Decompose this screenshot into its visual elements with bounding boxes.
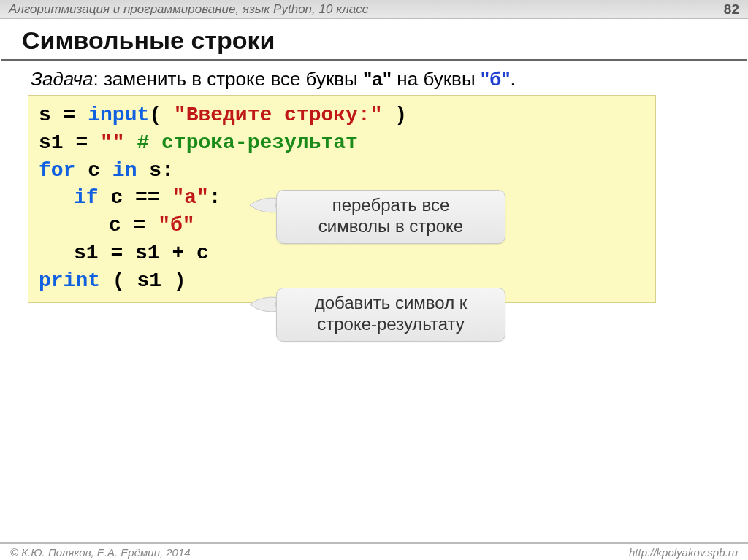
header-bar: Алгоритмизация и программирование, язык … bbox=[0, 0, 748, 19]
callout-1-line-2: символы в строке bbox=[291, 216, 490, 237]
task-line: Задача: заменить в строке все буквы "а" … bbox=[0, 68, 748, 95]
callout-arrow-1 bbox=[248, 196, 278, 213]
course-title: Алгоритмизация и программирование, язык … bbox=[9, 2, 368, 17]
footer-url: http://kpolyakov.spb.ru bbox=[629, 546, 738, 559]
slide-title: Символьные строки bbox=[1, 19, 747, 61]
task-label: Задача bbox=[31, 68, 93, 90]
callout-2-line-2: строке-результату bbox=[291, 314, 490, 335]
code-line-2: s1 = "" # строка-результат bbox=[39, 129, 645, 157]
content-area: s = input( "Введите строку:" ) s1 = "" #… bbox=[0, 95, 748, 303]
task-literal-b: "б" bbox=[481, 68, 511, 90]
callout-2: добавить символ к строке-результату bbox=[276, 288, 505, 342]
code-line-1: s = input( "Введите строку:" ) bbox=[39, 101, 645, 129]
task-text-3: . bbox=[511, 68, 516, 90]
callout-1: перебрать все символы в строке bbox=[276, 190, 505, 244]
task-text-2: на буквы bbox=[392, 68, 481, 90]
footer: © К.Ю. Поляков, Е.А. Ерёмин, 2014 http:/… bbox=[0, 542, 748, 560]
task-text-1: : заменить в строке все буквы bbox=[93, 68, 363, 90]
callout-1-line-1: перебрать все bbox=[291, 195, 490, 216]
callout-arrow-2 bbox=[248, 295, 278, 312]
code-line-6: s1 = s1 + c bbox=[39, 239, 645, 267]
footer-copyright: © К.Ю. Поляков, Е.А. Ерёмин, 2014 bbox=[10, 546, 191, 559]
callout-2-line-1: добавить символ к bbox=[291, 293, 490, 314]
code-line-3: for c in s: bbox=[39, 157, 645, 185]
page-number: 82 bbox=[724, 1, 739, 18]
task-literal-a: "а" bbox=[363, 68, 392, 90]
